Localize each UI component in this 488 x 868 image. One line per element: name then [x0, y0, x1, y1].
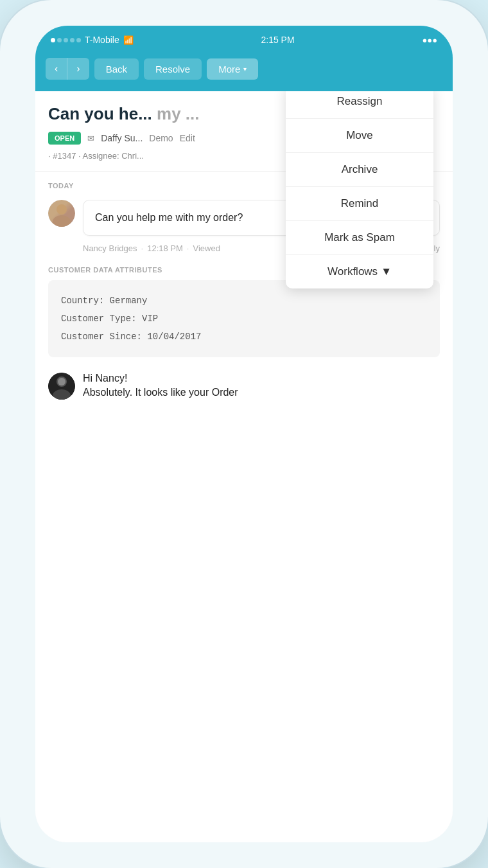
sep2: ·	[187, 244, 189, 253]
sep1: ·	[141, 244, 144, 253]
agent-message-bubble: Hi Nancy! Absolutely. It looks like your…	[83, 373, 440, 398]
viewed-label: Viewed	[193, 244, 220, 253]
dropdown-workflows[interactable]: Workflows ▼	[286, 255, 433, 288]
carrier-name: T-Mobile	[85, 35, 119, 45]
svg-point-6	[58, 378, 65, 385]
sender-name: Nancy Bridges	[83, 244, 137, 253]
dropdown-archive[interactable]: Archive	[286, 153, 433, 187]
more-button[interactable]: More ▾	[207, 58, 258, 80]
phone-frame: T-Mobile 📶 2:15 PM ●●● ‹ › Back Resolve …	[0, 0, 488, 868]
inbox-name: Daffy Su...	[101, 133, 143, 143]
customer-avatar	[48, 200, 75, 227]
dropdown-remind[interactable]: Remind	[286, 187, 433, 221]
customer-data-box: Country: Germany Customer Type: VIP Cust…	[48, 280, 440, 357]
agent-msg-line2: Absolutely. It looks like your Order	[83, 387, 440, 398]
inbox-icon: ✉	[87, 134, 94, 143]
status-time: 2:15 PM	[261, 35, 294, 45]
signal-dot-1	[51, 38, 55, 42]
message-time: 12:18 PM	[147, 244, 183, 253]
agent-msg-line1: Hi Nancy!	[83, 373, 440, 384]
country-data: Country: Germany	[61, 292, 427, 310]
signal-dot-5	[76, 38, 81, 42]
signal-dot-3	[64, 38, 68, 42]
dropdown-spam[interactable]: Mark as Spam	[286, 221, 433, 255]
agent-avatar-img	[48, 373, 75, 400]
signal-dots	[51, 38, 81, 42]
agent-message-area: Hi Nancy! Absolutely. It looks like your…	[35, 368, 453, 410]
status-right: ●●●	[422, 35, 437, 45]
customer-type-data: Customer Type: VIP	[61, 310, 427, 328]
content-area: Can you he... my ... OPEN ✉ Daffy Su... …	[35, 91, 453, 842]
more-dropdown-arrow: ▾	[243, 66, 247, 73]
signal-dot-4	[70, 38, 74, 42]
message-row-agent: Hi Nancy! Absolutely. It looks like your…	[48, 373, 440, 400]
back-button[interactable]: Back	[94, 58, 139, 80]
workflows-label: Workflows	[327, 265, 378, 278]
prev-button[interactable]: ‹	[46, 58, 67, 80]
status-bar: T-Mobile 📶 2:15 PM ●●●	[35, 26, 453, 51]
demo-label[interactable]: Demo	[149, 133, 173, 143]
nav-arrows-group: ‹ ›	[46, 58, 89, 80]
more-label: More	[218, 64, 240, 75]
dropdown-menu: Reassign Move Archive Remind Mark as Spa…	[286, 91, 433, 288]
svg-point-0	[57, 204, 67, 215]
customer-avatar-img	[48, 200, 75, 227]
workflows-arrow: ▼	[381, 265, 392, 278]
edit-header-link[interactable]: Edit	[180, 133, 195, 143]
agent-avatar	[48, 373, 75, 400]
wifi-icon: 📶	[123, 35, 134, 45]
svg-point-1	[53, 215, 71, 227]
signal-dot-2	[57, 38, 62, 42]
dropdown-reassign[interactable]: Reassign	[286, 91, 433, 119]
nav-bar: ‹ › Back Resolve More ▾	[35, 51, 453, 91]
resolve-button[interactable]: Resolve	[144, 58, 202, 80]
status-left: T-Mobile 📶	[51, 35, 134, 45]
customer-since-data: Customer Since: 10/04/2017	[61, 328, 427, 346]
dropdown-move[interactable]: Move	[286, 119, 433, 153]
phone-inner: T-Mobile 📶 2:15 PM ●●● ‹ › Back Resolve …	[35, 26, 453, 842]
customer-message-text: Can you help me with my order?	[95, 212, 243, 223]
status-badge: OPEN	[48, 132, 81, 145]
next-button[interactable]: ›	[67, 58, 89, 80]
